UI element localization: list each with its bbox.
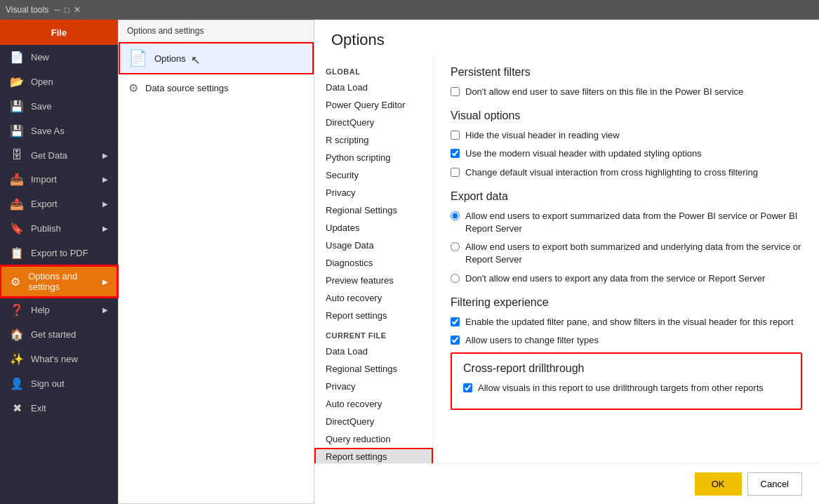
ok-button[interactable]: OK [695, 472, 742, 496]
hide-visual-header-label: Hide the visual header in reading view [465, 129, 620, 142]
nav-cf-regional-settings[interactable]: Regional Settings [314, 360, 433, 378]
get-started-icon: 🏠 [10, 328, 24, 341]
sidebar-item-publish[interactable]: 🔖 Publish ▶ [0, 216, 118, 241]
dropdown-header: Options and settings [119, 20, 314, 42]
nav-data-load[interactable]: Data Load [314, 79, 433, 96]
sidebar-item-new[interactable]: 📄 New [0, 45, 118, 69]
sidebar-item-save[interactable]: 💾 Save [0, 94, 118, 119]
nav-diagnostics[interactable]: Diagnostics [314, 254, 433, 272]
nav-auto-recovery[interactable]: Auto recovery [314, 289, 433, 307]
hide-visual-header-checkbox[interactable] [451, 131, 460, 140]
dropdown-label-data-source-settings: Data source settings [145, 83, 229, 93]
sidebar-item-get-data[interactable]: 🗄 Get Data ▶ [0, 143, 118, 167]
topbar-title: Visual tools [6, 5, 48, 15]
sidebar-label-get-started: Get started [31, 329, 76, 340]
options-title: Options [314, 20, 819, 55]
sidebar-label-get-data: Get Data [31, 150, 67, 161]
nav-cf-report-settings[interactable]: Report settings [314, 448, 433, 463]
current-file-section-title: CURRENT FILE [314, 324, 433, 343]
minimize-icon[interactable]: ─ [54, 5, 60, 15]
modern-visual-header-checkbox[interactable] [451, 149, 460, 158]
new-icon: 📄 [10, 51, 24, 64]
export-summarized-row: Allow end users to export summarized dat… [451, 210, 802, 235]
sidebar-label-help: Help [31, 305, 50, 315]
options-body: GLOBAL Data Load Power Query Editor Dire… [314, 55, 819, 463]
data-source-settings-icon: ⚙ [128, 81, 138, 95]
allow-change-filter-types-row: Allow users to change filter types [451, 334, 802, 347]
sidebar-label-new: New [31, 52, 49, 62]
sidebar-label-save-as: Save As [31, 126, 65, 136]
export-none-row: Don't allow end users to export any data… [451, 272, 802, 285]
sidebar-item-sign-out[interactable]: 👤 Sign out [0, 371, 118, 396]
persistent-filters-title: Persistent filters [451, 66, 802, 79]
nav-regional-settings[interactable]: Regional Settings [314, 201, 433, 219]
cancel-button[interactable]: Cancel [747, 472, 802, 496]
export-none-radio[interactable] [451, 274, 460, 283]
export-none-label: Don't allow end users to export any data… [465, 272, 765, 285]
exit-icon: ✖ [10, 402, 24, 415]
change-interaction-checkbox[interactable] [451, 168, 460, 177]
sidebar-label-whats-new: What's new [31, 354, 78, 364]
nav-usage-data[interactable]: Usage Data [314, 237, 433, 254]
filter-pane-checkbox[interactable] [451, 317, 460, 326]
export-pdf-icon: 📋 [10, 246, 24, 260]
sidebar-item-get-started[interactable]: 🏠 Get started [0, 322, 118, 347]
sidebar-item-exit[interactable]: ✖ Exit [0, 396, 118, 420]
dropdown-item-data-source-settings[interactable]: ⚙ Data source settings [119, 74, 314, 102]
sidebar-item-help[interactable]: ❓ Help ▶ [0, 298, 118, 322]
no-save-filters-label: Don't allow end user to save filters on … [465, 86, 743, 98]
chevron-get-data-icon: ▶ [102, 152, 108, 159]
nav-security[interactable]: Security [314, 166, 433, 184]
sidebar-item-whats-new[interactable]: ✨ What's new [0, 347, 118, 371]
options-panel: Options GLOBAL Data Load Power Query Edi… [314, 20, 819, 504]
options-content: Persistent filters Don't allow end user … [434, 55, 819, 463]
nav-cf-directquery[interactable]: DirectQuery [314, 413, 433, 430]
dropdown-item-options[interactable]: 📄 Options ↖ [119, 42, 314, 74]
allow-drillthrough-label: Allow visuals in this report to use dril… [478, 382, 764, 394]
nav-r-scripting[interactable]: R scripting [314, 131, 433, 149]
save-icon: 💾 [10, 100, 24, 113]
sidebar-label-save: Save [31, 101, 52, 112]
sidebar-item-options-settings[interactable]: ⚙ Options and settings ▶ [0, 265, 118, 298]
nav-report-settings[interactable]: Report settings [314, 307, 433, 324]
persistent-filters-row: Don't allow end user to save filters on … [451, 86, 802, 98]
publish-icon: 🔖 [10, 222, 24, 235]
app-topbar: Visual tools ─ □ ✕ [0, 0, 819, 20]
nav-python-scripting[interactable]: Python scripting [314, 149, 433, 166]
help-icon: ❓ [10, 303, 24, 317]
sidebar-item-export-pdf[interactable]: 📋 Export to PDF [0, 241, 118, 265]
sidebar-item-save-as[interactable]: 💾 Save As [0, 119, 118, 143]
nav-cf-privacy[interactable]: Privacy [314, 378, 433, 395]
global-section-title: GLOBAL [314, 60, 433, 79]
sidebar-label-open: Open [31, 77, 53, 87]
nav-power-query-editor[interactable]: Power Query Editor [314, 96, 433, 114]
allow-drillthrough-checkbox[interactable] [463, 383, 472, 392]
options-nav: GLOBAL Data Load Power Query Editor Dire… [314, 55, 434, 463]
chevron-publish-icon: ▶ [102, 225, 108, 232]
change-interaction-row: Change default visual interaction from c… [451, 166, 802, 179]
open-icon: 📂 [10, 75, 24, 88]
nav-updates[interactable]: Updates [314, 219, 433, 237]
whats-new-icon: ✨ [10, 352, 24, 366]
nav-directquery[interactable]: DirectQuery [314, 114, 433, 131]
cross-report-box: Cross-report drillthrough Allow visuals … [451, 352, 802, 410]
no-save-filters-checkbox[interactable] [451, 87, 460, 96]
sidebar-item-open[interactable]: 📂 Open [0, 69, 118, 94]
nav-preview-features[interactable]: Preview features [314, 272, 433, 289]
nav-privacy[interactable]: Privacy [314, 184, 433, 201]
export-summarized-radio[interactable] [451, 211, 460, 220]
sidebar-label-publish: Publish [31, 223, 61, 234]
maximize-icon[interactable]: □ [65, 5, 69, 15]
export-both-radio[interactable] [451, 242, 460, 251]
allow-change-filter-types-checkbox[interactable] [451, 336, 460, 345]
nav-cf-query-reduction[interactable]: Query reduction [314, 430, 433, 448]
close-icon[interactable]: ✕ [74, 5, 81, 15]
allow-change-filter-types-label: Allow users to change filter types [465, 334, 599, 347]
sidebar-item-import[interactable]: 📥 Import ▶ [0, 167, 118, 192]
file-button[interactable]: File [0, 20, 118, 45]
export-data-title: Export data [451, 190, 802, 203]
filtering-experience-title: Filtering experience [451, 296, 802, 309]
sidebar-item-export[interactable]: 📤 Export ▶ [0, 192, 118, 216]
nav-cf-auto-recovery[interactable]: Auto recovery [314, 395, 433, 413]
nav-cf-data-load[interactable]: Data Load [314, 343, 433, 360]
